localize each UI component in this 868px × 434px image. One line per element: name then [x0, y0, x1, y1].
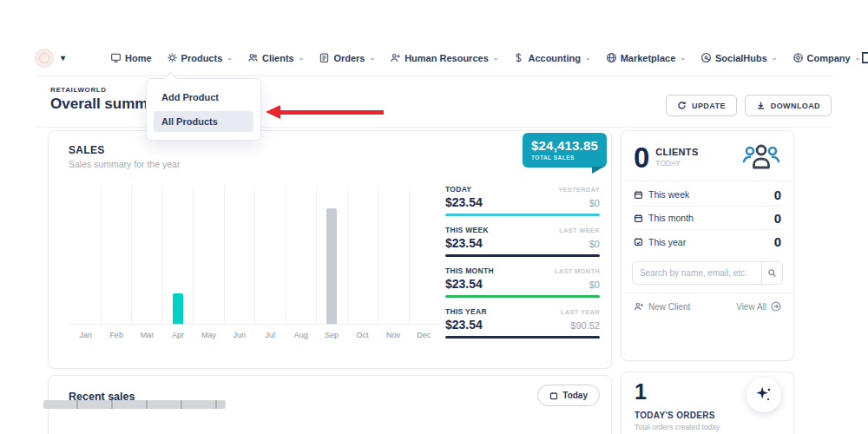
today-filter-label: Today [562, 391, 588, 400]
company-gear-icon [792, 52, 804, 63]
clients-period-list: This week 0 This month 0 This year 0 [621, 181, 793, 255]
chart-month-label: Feb [101, 331, 131, 339]
person-plus-icon [634, 301, 644, 312]
sparkle-icon [754, 385, 773, 404]
chart-column [102, 186, 133, 324]
view-all-link[interactable]: View All [736, 301, 781, 312]
nav-item-home[interactable]: Home [110, 52, 152, 63]
nav-label: Orders [333, 53, 365, 63]
clients-card: 0 CLIENTS TODAY This week 0 [621, 130, 794, 361]
stat-this-month: THIS MONTH LAST MONTH $23.54 $0 [445, 266, 600, 298]
chart-column [132, 186, 163, 324]
nav-item-clients[interactable]: Clients ⌄ [247, 52, 304, 63]
stat-compare-label: LAST WEEK [559, 227, 600, 234]
chart-month-label: May [194, 331, 224, 339]
orders-card-subtitle: Total orders created today [635, 423, 720, 431]
chart-bar [173, 293, 183, 324]
clients-count: 0 [634, 143, 649, 172]
app-logo-mark [39, 53, 49, 63]
nav-item-orders[interactable]: Orders ⌄ [319, 52, 375, 63]
nav-label: Company [807, 53, 851, 63]
list-item-this-year: This year 0 [634, 230, 781, 253]
chart-month-label: Apr [162, 331, 193, 339]
client-search-input[interactable] [633, 262, 761, 284]
nav-item-socialhubs[interactable]: SocialHubs ⌄ [700, 52, 778, 63]
stat-label: TODAY [445, 185, 471, 194]
period-value: 0 [774, 211, 781, 226]
stat-underline [445, 336, 600, 339]
todays-orders-card: 1 TODAY'S ORDERS Total orders created to… [621, 372, 794, 434]
chart-column [255, 186, 286, 324]
chevron-down-icon: ⌄ [585, 54, 591, 62]
chart-month-label: Jan [70, 331, 101, 339]
stat-underline [445, 214, 600, 216]
sales-chart-labels: JanFebMarAprMayJunJulAugSepOctNovDec [70, 331, 439, 339]
nav-item-accounting[interactable]: Accounting ⌄ [513, 52, 590, 63]
menu-item-all-products[interactable]: All Products [154, 111, 253, 132]
total-sales-label: TOTAL SALES [531, 155, 598, 161]
nav-item-company[interactable]: Company ⌄ [792, 52, 861, 63]
download-button[interactable]: DOWNLOAD [745, 95, 832, 116]
chart-bar [326, 208, 337, 324]
people-icon [247, 52, 259, 63]
main-menu: Home Products ⌄ Clients ⌄ Orders ⌄ Human… [110, 52, 860, 63]
update-button[interactable]: UPDATE [666, 95, 737, 116]
chart-column [286, 186, 318, 324]
download-button-label: DOWNLOAD [771, 102, 820, 110]
download-icon [756, 101, 766, 110]
total-sales-badge: $24,413.85 TOTAL SALES [523, 133, 607, 168]
nav-item-marketplace[interactable]: Marketplace ⌄ [606, 52, 686, 63]
chevron-down-icon: ⌄ [680, 54, 686, 62]
header-actions: UPDATE DOWNLOAD [666, 95, 832, 116]
period-label: This month [648, 213, 694, 223]
arrow-right-circle-icon [771, 301, 781, 312]
search-button[interactable] [761, 262, 782, 284]
stat-compare-value: $0 [589, 279, 600, 290]
stat-compare-value: $0 [589, 198, 600, 208]
chart-column [378, 186, 410, 324]
chart-month-label: Oct [347, 331, 378, 339]
chart-column [163, 186, 194, 324]
today-filter-button[interactable]: Today [537, 385, 600, 406]
stat-compare-value: $90.52 [570, 320, 600, 331]
nav-item-human-resources[interactable]: Human Resources ⌄ [390, 52, 498, 63]
workspace-caret-icon[interactable]: ▾ [61, 53, 65, 62]
menu-item-add-product[interactable]: Add Product [154, 87, 253, 108]
stat-underline [445, 254, 600, 257]
notes-icon[interactable] [860, 50, 868, 65]
orders-count: 1 [635, 379, 647, 404]
period-value: 0 [774, 187, 781, 202]
stat-this-week: THIS WEEK LAST WEEK $23.54 $0 [445, 226, 600, 257]
clients-card-subtitle: TODAY [655, 159, 698, 168]
stat-label: THIS WEEK [445, 226, 489, 234]
new-client-button[interactable]: New Client [634, 301, 690, 312]
globe-icon [606, 52, 617, 63]
chevron-down-icon: ⌄ [772, 54, 778, 62]
stat-underline [445, 295, 600, 298]
nav-label: Accounting [528, 53, 581, 63]
chart-column [225, 186, 256, 324]
annotation-arrow-line [279, 110, 384, 115]
nav-label: SocialHubs [715, 53, 767, 63]
search-icon [767, 268, 777, 278]
chart-month-label: Nov [378, 331, 408, 339]
stat-label: THIS YEAR [445, 307, 487, 316]
sales-card-subtitle: Sales summary for the year [69, 159, 180, 169]
calendar-icon [549, 391, 558, 400]
chart-month-label: Sep [316, 331, 346, 339]
workspace-switcher[interactable]: ▾ [35, 49, 65, 68]
view-all-label: View All [736, 302, 766, 312]
list-item-this-week: This week 0 [634, 183, 781, 207]
clipboard-icon [319, 52, 330, 63]
clients-card-footer: New Client View All [621, 293, 793, 319]
nav-label: Clients [262, 53, 294, 63]
sparkle-action-button[interactable] [746, 378, 781, 412]
chart-month-label: Mar [132, 331, 162, 339]
chevron-down-icon: ⌄ [299, 54, 305, 62]
stat-label: THIS MONTH [445, 266, 494, 275]
chart-column [410, 186, 440, 324]
nav-item-products[interactable]: Products ⌄ [167, 52, 233, 63]
refresh-icon [677, 101, 687, 110]
chart-column [70, 186, 102, 324]
nav-label: Marketplace [621, 53, 676, 63]
